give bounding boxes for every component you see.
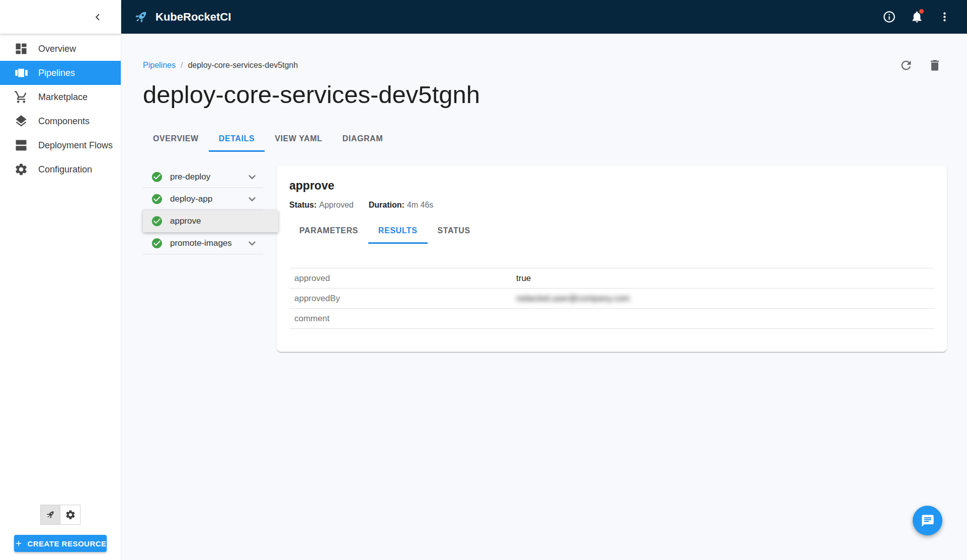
delete-button[interactable] (922, 53, 947, 77)
result-value (511, 309, 934, 329)
chevron-left-icon (91, 11, 104, 24)
refresh-button[interactable] (894, 53, 918, 77)
tab-diagram[interactable]: DIAGRAM (333, 126, 393, 152)
duration-group: Duration:4m 46s (369, 201, 434, 210)
stage-item-promote-images[interactable]: promote-images (143, 232, 263, 254)
sidebar-item-configuration[interactable]: Configuration (0, 157, 121, 181)
sidebar-item-label: Configuration (38, 164, 92, 175)
rocket-icon (45, 509, 56, 520)
chevron-down-icon[interactable] (245, 236, 259, 250)
stacked-bars-icon (14, 138, 28, 152)
info-icon (882, 10, 896, 24)
stage-label: pre-deploy (170, 172, 210, 182)
tab-status[interactable]: STATUS (428, 218, 480, 244)
details-section: pre-deploy deploy-app (143, 166, 947, 382)
rocket-toggle-button[interactable] (40, 505, 60, 525)
info-button[interactable] (877, 5, 902, 29)
chat-fab-button[interactable] (913, 506, 942, 535)
sidebar-nav: Overview Pipelines Marketplace Component… (0, 34, 121, 181)
sidebar-item-marketplace[interactable]: Marketplace (0, 85, 121, 109)
sidebar-footer: CREATE RESOURCE (0, 505, 121, 560)
table-row: approvedBy redacted.user@company.com (289, 289, 934, 309)
stage-label: approve (170, 216, 201, 226)
tab-overview[interactable]: OVERVIEW (143, 126, 209, 152)
sidebar-item-label: Deployment Flows (38, 140, 113, 151)
task-status-line: Status:Approved Duration:4m 46s (289, 201, 934, 210)
app-brand[interactable]: KubeRocketCI (132, 9, 231, 26)
create-resource-button[interactable]: CREATE RESOURCE (14, 535, 107, 552)
status-value: Approved (319, 201, 354, 209)
chevron-down-icon[interactable] (245, 192, 259, 206)
sidebar: Overview Pipelines Marketplace Component… (0, 0, 121, 560)
sidebar-item-pipelines[interactable]: Pipelines (0, 61, 121, 85)
settings-toggle-button[interactable] (60, 505, 80, 525)
layers-icon (14, 114, 28, 128)
result-value-redacted: redacted.user@company.com (511, 289, 934, 309)
stage-item-approve[interactable]: approve (143, 210, 278, 232)
cart-icon (14, 90, 28, 104)
trash-icon (928, 58, 942, 72)
sidebar-item-label: Components (38, 116, 90, 127)
tab-parameters[interactable]: PARAMETERS (289, 218, 368, 244)
stage-label: promote-images (170, 238, 232, 248)
breadcrumb-current: deploy-core-services-dev5tgnh (188, 61, 298, 70)
sidebar-item-label: Overview (38, 44, 76, 54)
success-check-icon (151, 215, 163, 227)
sidebar-item-label: Marketplace (38, 92, 88, 103)
success-check-icon (151, 237, 163, 249)
stage-item-pre-deploy[interactable]: pre-deploy (143, 166, 263, 188)
top-bar-actions (877, 5, 957, 29)
widget-toggle-group (0, 505, 121, 525)
main-column: KubeRocketCI (121, 0, 967, 560)
results-table: approved true approvedBy redacted.user@c… (289, 268, 934, 329)
pipelines-icon (14, 66, 28, 80)
refresh-icon (899, 58, 913, 72)
table-row: approved true (289, 268, 934, 289)
kebab-menu-icon (938, 10, 951, 24)
breadcrumb-separator: / (181, 61, 183, 70)
notification-badge-dot (919, 9, 924, 14)
page-actions (894, 53, 947, 77)
sidebar-item-components[interactable]: Components (0, 109, 121, 133)
status-group: Status:Approved (289, 201, 354, 210)
plus-icon (14, 539, 23, 548)
task-detail-card: approve Status:Approved Duration:4m 46s … (277, 166, 947, 352)
task-tabs: PARAMETERS RESULTS STATUS (289, 218, 934, 244)
sidebar-header (0, 0, 121, 34)
result-key: approvedBy (289, 289, 511, 309)
stage-item-deploy-app[interactable]: deploy-app (143, 188, 263, 210)
duration-label: Duration: (369, 201, 405, 209)
sidebar-item-label: Pipelines (38, 68, 75, 78)
rocket-logo-icon (132, 9, 149, 26)
top-bar: KubeRocketCI (121, 0, 967, 34)
gear-icon (65, 509, 76, 520)
chevron-down-icon[interactable] (245, 170, 259, 184)
tab-results[interactable]: RESULTS (368, 218, 428, 244)
result-value: true (511, 268, 934, 289)
kebab-menu-button[interactable] (932, 5, 957, 29)
status-label: Status: (289, 201, 316, 209)
tab-view-yaml[interactable]: VIEW YAML (265, 126, 332, 152)
sidebar-item-deployment-flows[interactable]: Deployment Flows (0, 133, 121, 157)
tab-details[interactable]: DETAILS (209, 126, 265, 152)
page-title: deploy-core-services-dev5tgnh (143, 80, 947, 109)
breadcrumb-row: Pipelines / deploy-core-services-dev5tgn… (143, 53, 947, 77)
notifications-button[interactable] (905, 5, 929, 29)
success-check-icon (151, 193, 163, 205)
duration-value: 4m 46s (407, 201, 433, 209)
stage-label: deploy-app (170, 194, 212, 204)
create-resource-label: CREATE RESOURCE (27, 539, 106, 548)
sidebar-item-overview[interactable]: Overview (0, 37, 121, 61)
success-check-icon (151, 171, 163, 183)
result-key: comment (289, 309, 511, 329)
chat-icon (921, 514, 935, 528)
pipeline-tabs: OVERVIEW DETAILS VIEW YAML DIAGRAM (143, 126, 947, 152)
table-row: comment (289, 309, 934, 329)
breadcrumb-pipelines-link[interactable]: Pipelines (143, 61, 176, 70)
dashboard-icon (14, 42, 28, 56)
gear-icon (14, 162, 28, 176)
page-content: Pipelines / deploy-core-services-dev5tgn… (121, 34, 967, 560)
sidebar-collapse-button[interactable] (88, 7, 108, 27)
breadcrumb: Pipelines / deploy-core-services-dev5tgn… (143, 61, 298, 70)
result-key: approved (289, 268, 511, 289)
